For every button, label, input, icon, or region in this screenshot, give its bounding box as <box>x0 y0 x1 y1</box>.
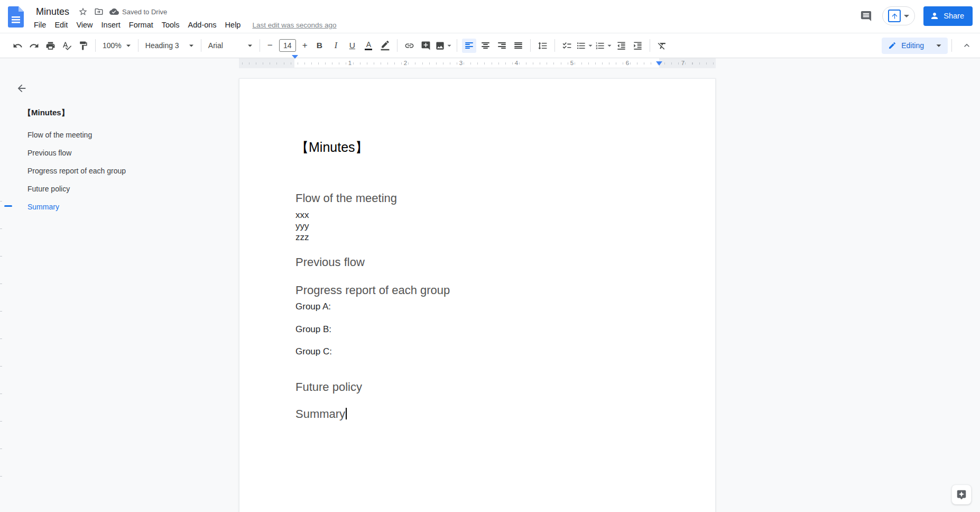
outdent-icon <box>616 41 626 51</box>
ruler-mark: 1 <box>348 60 352 66</box>
decrease-indent-button[interactable] <box>614 39 628 53</box>
menu-format[interactable]: Format <box>125 19 158 31</box>
italic-button[interactable]: I <box>329 39 343 53</box>
align-left-button[interactable] <box>462 39 476 53</box>
decrease-font-size-button[interactable]: − <box>264 39 276 52</box>
insert-image-button[interactable] <box>435 39 452 53</box>
bulleted-list-button[interactable] <box>576 39 593 53</box>
menu-help[interactable]: Help <box>221 19 245 31</box>
doc-paragraph[interactable]: xxx <box>295 209 659 221</box>
line-spacing-button[interactable] <box>535 39 550 53</box>
outline-item-summary[interactable]: Summary <box>0 198 180 216</box>
ruler-mark: 3 <box>459 60 463 66</box>
ruler-mark: 4 <box>515 60 518 66</box>
font-family-select[interactable]: Arial <box>205 39 256 53</box>
editing-mode-select[interactable]: Editing <box>882 38 948 54</box>
line-spacing-icon <box>538 41 548 51</box>
document-page[interactable]: 【Minutes】 Flow of the meeting xxx yyy zz… <box>239 78 716 512</box>
insert-link-button[interactable] <box>402 39 417 53</box>
move-to-folder-icon[interactable] <box>94 6 104 17</box>
align-right-icon <box>498 42 506 49</box>
doc-paragraph[interactable]: Group B: <box>295 324 659 335</box>
person-icon <box>930 11 939 21</box>
zoom-select[interactable]: 100% <box>99 39 134 53</box>
add-comment-button[interactable] <box>419 39 433 53</box>
paragraph-style-select[interactable]: Heading 3 <box>142 39 197 53</box>
outline-item-flow[interactable]: Flow of the meeting <box>0 126 180 144</box>
doc-title-text[interactable]: 【Minutes】 <box>295 138 659 156</box>
star-icon[interactable] <box>78 6 88 17</box>
ruler-strip: 1 2 3 4 5 6 7 <box>0 58 980 69</box>
align-right-button[interactable] <box>495 39 509 53</box>
menu-addons[interactable]: Add-ons <box>184 19 221 31</box>
document-canvas: 【Minutes】 Flow of the meeting Previous f… <box>0 69 980 512</box>
spellcheck-button[interactable] <box>60 39 74 53</box>
outline-item-progress[interactable]: Progress report of each group <box>0 162 180 180</box>
image-icon <box>435 41 445 51</box>
right-indent-marker[interactable] <box>656 61 662 66</box>
explore-star-icon <box>956 489 967 500</box>
saved-to-drive-status[interactable]: Saved to Drive <box>109 7 167 16</box>
highlighter-icon <box>380 41 390 51</box>
ruler-ticks <box>239 58 716 68</box>
active-section-indicator <box>4 205 12 207</box>
outline-item-previous[interactable]: Previous flow <box>0 144 180 162</box>
menu-tools[interactable]: Tools <box>158 19 184 31</box>
left-indent-marker[interactable] <box>291 59 298 68</box>
font-size-input[interactable]: 14 <box>279 39 296 52</box>
google-docs-logo-icon[interactable] <box>8 6 24 28</box>
outline-item-future[interactable]: Future policy <box>0 180 180 198</box>
doc-heading[interactable]: Future policy <box>295 380 659 395</box>
menu-insert[interactable]: Insert <box>97 19 125 31</box>
doc-paragraph[interactable]: Group C: <box>295 346 659 357</box>
app-header: Minutes Saved to Drive File Edit View In… <box>0 0 980 33</box>
align-center-icon <box>482 42 489 49</box>
print-button[interactable] <box>43 39 58 53</box>
chevron-down-icon <box>447 44 451 47</box>
menu-view[interactable]: View <box>72 19 97 31</box>
align-justify-icon <box>514 42 522 49</box>
doc-paragraph[interactable]: yyy <box>295 221 659 232</box>
increase-indent-button[interactable] <box>631 39 645 53</box>
doc-heading[interactable]: Flow of the meeting <box>295 191 659 206</box>
indent-icon <box>633 41 643 51</box>
bold-button[interactable]: B <box>312 39 327 53</box>
checklist-button[interactable] <box>560 39 574 53</box>
last-edit-link[interactable]: Last edit was seconds ago <box>252 21 336 29</box>
doc-paragraph[interactable]: zzz <box>295 232 659 243</box>
align-center-button[interactable] <box>478 39 493 53</box>
increase-font-size-button[interactable]: + <box>299 39 311 52</box>
present-button[interactable] <box>882 6 915 25</box>
chevron-down-icon <box>189 44 193 47</box>
add-comment-icon <box>421 41 431 51</box>
align-justify-button[interactable] <box>511 39 525 53</box>
horizontal-ruler[interactable]: 1 2 3 4 5 6 7 <box>239 58 716 68</box>
explore-button[interactable] <box>951 484 972 505</box>
document-title[interactable]: Minutes <box>33 5 72 19</box>
underline-button[interactable]: U <box>345 39 359 53</box>
menu-edit[interactable]: Edit <box>50 19 72 31</box>
ruler-mark: 5 <box>570 60 574 66</box>
clear-formatting-button[interactable] <box>655 39 669 53</box>
doc-heading[interactable]: Summary <box>295 407 659 422</box>
vertical-ruler-edge <box>0 201 3 512</box>
share-button[interactable]: Share <box>923 6 973 26</box>
numbered-list-icon <box>595 41 605 51</box>
undo-button[interactable] <box>11 39 25 53</box>
open-comments-button[interactable] <box>858 8 874 24</box>
ruler-mark: 6 <box>626 60 629 66</box>
close-outline-button[interactable] <box>14 80 30 96</box>
toolbar-separator <box>397 39 397 52</box>
text-color-button[interactable]: A <box>362 39 376 53</box>
toolbar-separator <box>951 39 952 52</box>
redo-button[interactable] <box>27 39 41 53</box>
highlight-color-button[interactable] <box>378 39 392 53</box>
hide-menus-button[interactable] <box>959 38 975 53</box>
doc-heading[interactable]: Progress report of each group <box>295 283 659 298</box>
menu-file[interactable]: File <box>30 19 50 31</box>
outline-item-title[interactable]: 【Minutes】 <box>23 108 69 118</box>
numbered-list-button[interactable] <box>595 39 612 53</box>
doc-heading[interactable]: Previous flow <box>295 255 659 270</box>
paint-format-button[interactable] <box>76 39 90 53</box>
doc-paragraph[interactable]: Group A: <box>295 301 659 312</box>
